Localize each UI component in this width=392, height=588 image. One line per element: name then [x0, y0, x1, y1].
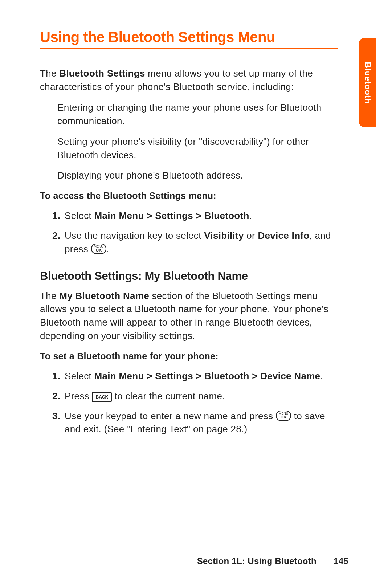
list-item: Setting your phone's visibility (or "dis…	[57, 135, 338, 162]
step-item: 3. Use your keypad to enter a new name a…	[52, 409, 338, 436]
title-rule	[40, 48, 338, 49]
page-content: Using the Bluetooth Settings Menu The Bl…	[0, 0, 392, 436]
list-item: Displaying your phone's Bluetooth addres…	[57, 169, 338, 182]
section-tab-label: Bluetooth	[363, 61, 373, 103]
menu-ok-key-icon: MENUOK	[276, 411, 291, 421]
section-tab: Bluetooth	[359, 38, 376, 127]
back-key-icon: BACK	[92, 392, 112, 402]
body-content: The Bluetooth Settings menu allows you t…	[40, 67, 338, 436]
step-item: 2. Press BACK to clear the current name.	[52, 389, 338, 403]
step-item: 1. Select Main Menu > Settings > Bluetoo…	[52, 209, 338, 222]
list-item: Entering or changing the name your phone…	[57, 101, 338, 128]
page-number: 145	[334, 556, 348, 566]
page-footer: Section 1L: Using Bluetooth 145	[197, 556, 348, 566]
intro-paragraph: The Bluetooth Settings menu allows you t…	[40, 67, 338, 94]
page-title: Using the Bluetooth Settings Menu	[40, 29, 356, 45]
section-label: Section 1L: Using Bluetooth	[197, 556, 317, 566]
access-steps: 1. Select Main Menu > Settings > Bluetoo…	[40, 209, 338, 256]
feature-list: Entering or changing the name your phone…	[40, 101, 338, 183]
step-item: 2. Use the navigation key to select Visi…	[52, 229, 338, 256]
subsection-heading: Bluetooth Settings: My Bluetooth Name	[40, 268, 338, 284]
set-name-heading: To set a Bluetooth name for your phone:	[40, 350, 338, 363]
subsection-paragraph: The My Bluetooth Name section of the Blu…	[40, 289, 338, 343]
step-item: 1. Select Main Menu > Settings > Bluetoo…	[52, 369, 338, 383]
menu-ok-key-icon: MENUOK	[91, 244, 107, 254]
access-heading: To access the Bluetooth Settings menu:	[40, 189, 338, 203]
set-name-steps: 1. Select Main Menu > Settings > Bluetoo…	[40, 369, 338, 436]
